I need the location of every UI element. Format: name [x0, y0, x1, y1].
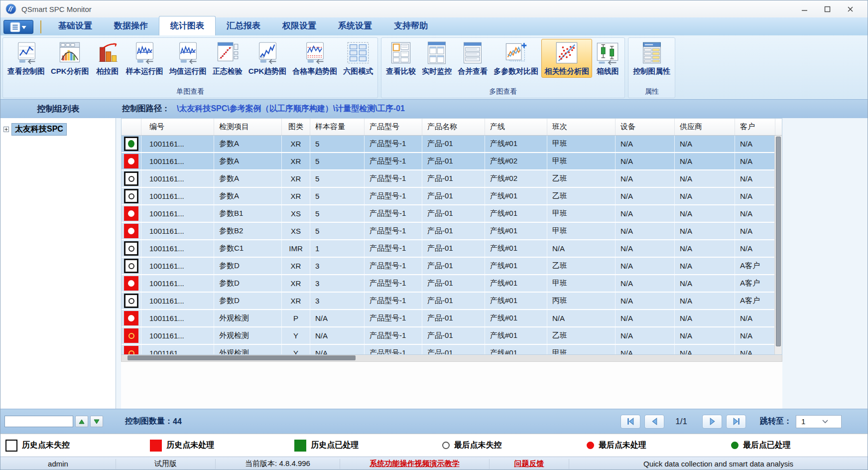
column-header-item[interactable]: 检测项目	[214, 119, 282, 135]
cell-shift: N/A	[547, 240, 616, 257]
column-header-status[interactable]	[122, 119, 141, 135]
column-header-product-name[interactable]: 产品名称	[422, 119, 485, 135]
vertical-scrollbar-thumb[interactable]	[776, 137, 781, 346]
tutorial-link[interactable]: 系统功能操作视频演示教学	[370, 459, 460, 469]
jump-page-select[interactable]: 1	[796, 415, 842, 428]
cell-supplier: N/A	[675, 136, 735, 152]
column-header-code[interactable]: 编号	[141, 119, 214, 135]
cell-status	[122, 327, 141, 344]
move-up-button[interactable]	[75, 416, 88, 427]
table-row[interactable]: 1001161...外观检测YN/A产品型号-1产品-01产线#01乙班N/AN…	[122, 327, 782, 344]
ribbon-item-six-chart[interactable]: 六图模式	[340, 39, 376, 78]
ribbon-item-realtime-monitor[interactable]: 实时监控	[419, 39, 455, 78]
cell-shift: 甲班	[547, 275, 616, 292]
cell-chart-type: XR	[282, 136, 310, 152]
table-row[interactable]: 1001161...外观检测YN/A产品型号-1产品-01产线#01甲班N/AN…	[122, 345, 782, 354]
column-header-customer[interactable]: 客户	[735, 119, 775, 135]
ribbon-item-view-compare[interactable]: 查看比较	[383, 39, 419, 78]
next-page-button[interactable]	[702, 415, 722, 429]
ribbon-item-normality[interactable]: 正态检验	[210, 39, 246, 78]
menu-tab-4[interactable]: 汇总报表	[216, 16, 271, 35]
table-row[interactable]: 1001161...参数DXR3产品型号-1产品-01产线#01丙班N/AN/A…	[122, 293, 782, 309]
feedback-link[interactable]: 问题反馈	[514, 459, 544, 469]
cell-product-name: 产品-01	[422, 188, 485, 204]
ribbon-item-cpk-analysis[interactable]: CPK分析图	[48, 39, 92, 78]
vertical-scrollbar[interactable]	[774, 136, 782, 354]
cell-device: N/A	[616, 223, 675, 239]
minimize-button[interactable]	[800, 4, 809, 13]
ribbon-item-chart-properties[interactable]: 控制图属性	[630, 39, 673, 78]
tree-expand-icon[interactable]	[3, 127, 9, 132]
ribbon-item-merge-view[interactable]: 合并查看	[455, 39, 491, 78]
column-header-sample-size[interactable]: 样本容量	[310, 119, 365, 135]
move-down-button[interactable]	[90, 416, 103, 427]
chart-path-value[interactable]: \太友科技SPC\参考案例（以工序顺序构建）\计量型检测\工序-01	[177, 104, 405, 114]
column-header-supplier[interactable]: 供应商	[675, 119, 735, 135]
ribbon-item-mean-run[interactable]: 均值运行图	[166, 39, 210, 78]
column-header-chart-type[interactable]: 图类	[282, 119, 310, 135]
ribbon-item-multi-param-compare[interactable]: 多参数对比图	[491, 39, 541, 78]
table-row[interactable]: 1001161...参数AXR5产品型号-1产品-01产线#01甲班N/AN/A…	[122, 136, 782, 152]
ribbon-item-label: 查看控制图	[7, 67, 45, 76]
ribbon-item-sample-run[interactable]: 样本运行图	[123, 39, 166, 78]
app-logo-icon	[5, 3, 17, 15]
table-row[interactable]: 1001161...参数AXR5产品型号-1产品-01产线#01乙班N/AN/A…	[122, 188, 782, 204]
table-row[interactable]: 1001161...参数B1XS5产品型号-1产品-01产线#01甲班N/AN/…	[122, 205, 782, 222]
table-row[interactable]: 1001161...参数DXR3产品型号-1产品-01产线#01乙班N/AN/A…	[122, 258, 782, 274]
chart-path-label: 控制图路径：	[122, 104, 170, 114]
table-row[interactable]: 1001161...参数B2XS5产品型号-1产品-01产线#01甲班N/AN/…	[122, 223, 782, 239]
menu-tab-2[interactable]: 数据操作	[103, 16, 159, 35]
table-row[interactable]: 1001161...外观检测PN/A产品型号-1产品-01产线#01N/AN/A…	[122, 310, 782, 326]
maximize-button[interactable]	[823, 4, 832, 13]
control-group-tree-panel: 太友科技SPC	[0, 118, 116, 409]
table-row[interactable]: 1001161...参数DXR3产品型号-1产品-01产线#01甲班N/AN/A…	[122, 275, 782, 292]
ribbon-item-label: 六图模式	[343, 67, 373, 76]
app-menu-button[interactable]	[3, 20, 33, 34]
ribbon-item-cpk-trend[interactable]: CPK趋势图	[246, 39, 290, 78]
first-page-button[interactable]	[620, 415, 640, 429]
menu-tab-3[interactable]: 统计图表	[159, 16, 216, 35]
chart-count: 控制图数量： 44	[125, 416, 182, 427]
cell-chart-type: P	[282, 310, 310, 326]
cell-sample-size: 5	[310, 223, 365, 239]
menu-tab-7[interactable]: 支持帮助	[383, 16, 439, 35]
legend-circle-icon	[587, 442, 594, 449]
table-row[interactable]: 1001161...参数AXR5产品型号-1产品-01产线#02乙班N/AN/A…	[122, 170, 782, 187]
status-icon	[124, 241, 138, 256]
cell-code: 1001161...	[141, 170, 214, 187]
prev-page-button[interactable]	[644, 415, 664, 429]
cell-shift: 甲班	[547, 345, 616, 354]
column-header-shift[interactable]: 班次	[547, 119, 616, 135]
ribbon-item-label: CPK趋势图	[248, 67, 287, 76]
pagination-bar: 控制图数量： 44 1/1 跳转至： 1	[0, 409, 868, 434]
ribbon-item-correlation[interactable]: 相关性分析图	[541, 39, 592, 78]
cell-line: 产线#02	[485, 170, 547, 187]
ribbon-item-passrate-trend[interactable]: 合格率趋势图	[289, 39, 340, 78]
menu-tab-1[interactable]: 基础设置	[47, 16, 103, 35]
cell-device: N/A	[616, 258, 675, 274]
table-row[interactable]: 1001161...参数AXR5产品型号-1产品-01产线#02甲班N/AN/A…	[122, 153, 782, 169]
ribbon-item-control-chart[interactable]: 查看控制图	[4, 39, 48, 78]
ribbon-item-boxplot[interactable]: 箱线图	[592, 39, 623, 78]
cell-line: 产线#01	[485, 275, 547, 292]
ribbon-item-label: 合格率趋势图	[292, 67, 337, 76]
cell-status	[122, 258, 141, 274]
tree-item-root[interactable]: 太友科技SPC	[3, 123, 116, 136]
close-button[interactable]	[846, 4, 855, 13]
table-row[interactable]: 1001161...参数C1IMR1产品型号-1产品-01产线#01N/AN/A…	[122, 240, 782, 257]
last-page-button[interactable]	[726, 415, 746, 429]
column-header-product-model[interactable]: 产品型号	[365, 119, 422, 135]
menu-tab-5[interactable]: 权限设置	[271, 16, 327, 35]
ribbon-item-pareto[interactable]: 柏拉图	[92, 39, 123, 78]
sidebar-filter-input[interactable]	[4, 416, 73, 427]
main-area: 太友科技SPC 编号检测项目图类样本容量产品型号产品名称产线班次设备供应商客户 …	[0, 118, 868, 409]
pagination-controls: 1/1 跳转至： 1	[617, 415, 868, 429]
menu-tab-6[interactable]: 系统设置	[327, 16, 383, 35]
cell-sample-size: 5	[310, 188, 365, 204]
jump-page-value: 1	[796, 417, 817, 426]
horizontal-scrollbar[interactable]	[121, 355, 782, 362]
cell-device: N/A	[616, 205, 675, 222]
horizontal-scrollbar-thumb[interactable]	[127, 355, 356, 360]
column-header-device[interactable]: 设备	[616, 119, 675, 135]
column-header-line[interactable]: 产线	[485, 119, 547, 135]
